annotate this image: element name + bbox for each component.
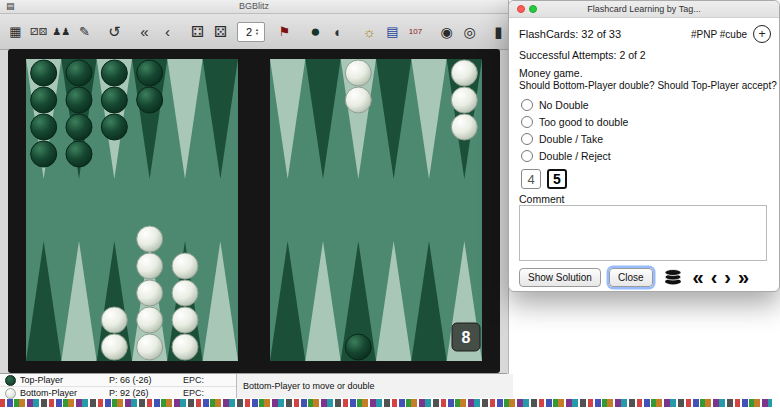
- analysis-icon[interactable]: ▤: [382, 19, 403, 45]
- bottom-player-row: Bottom-Player P: 92 (26) EPC:: [0, 386, 236, 399]
- next-card-button[interactable]: ›: [724, 267, 731, 287]
- bottom-player-checker-icon: [5, 388, 16, 399]
- direction-icon-glyph: ◐: [334, 25, 342, 39]
- top-player-row: Top-Player P: 66 (-26) EPC:: [0, 374, 236, 386]
- board-icon-glyph: ▦: [9, 25, 21, 38]
- spinner-arrows-icon[interactable]: ▲▼: [255, 28, 259, 36]
- resign-flag-icon-glyph: ⚑: [279, 25, 291, 38]
- radio-icon[interactable]: [521, 150, 533, 162]
- show-solution-button[interactable]: Show Solution: [519, 268, 601, 287]
- step-back-all-icon-glyph: «: [140, 24, 148, 39]
- tutor-107-icon[interactable]: 107: [405, 19, 426, 45]
- window-title: BGBlitz: [239, 1, 269, 11]
- hint-lightbulb-icon-glyph: ☼: [363, 25, 376, 39]
- screen: ▤ BGBlitz ▦⚂⚄♟♟✎↺«‹⚃⚄2▲▼⚑●◐☼▤107◉◎▮ 8 To…: [0, 0, 780, 411]
- die-4[interactable]: 4: [521, 169, 541, 189]
- turn-message: Bottom-Player to move or double: [237, 374, 513, 398]
- roll-dice-icon[interactable]: ⚄: [210, 19, 231, 45]
- player-rows: Top-Player P: 66 (-26) EPC: Bottom-Playe…: [0, 374, 237, 398]
- step-back-all-icon[interactable]: «: [134, 19, 155, 45]
- flashcard-title: Flashcard Learning by Tag...: [587, 4, 700, 14]
- hide-eye-icon-glyph: ◎: [463, 25, 475, 39]
- toolbar: ▦⚂⚄♟♟✎↺«‹⚃⚄2▲▼⚑●◐☼▤107◉◎▮: [0, 14, 508, 50]
- radio-icon[interactable]: [521, 116, 533, 128]
- statusbar: Top-Player P: 66 (-26) EPC: Bottom-Playe…: [0, 373, 507, 398]
- tray-icon-glyph: ▮: [494, 24, 502, 39]
- bottom-player-epc: EPC:: [183, 388, 204, 398]
- dice-pair-icon[interactable]: ⚂⚄: [28, 19, 49, 45]
- attempts-text: Successful Attempts: 2 of 2: [519, 49, 646, 61]
- radio-icon[interactable]: [521, 133, 533, 145]
- option-double-reject[interactable]: Double / Reject: [521, 147, 628, 164]
- show-eye-icon[interactable]: ◉: [436, 19, 457, 45]
- option-label: Double / Reject: [539, 150, 611, 162]
- close-traffic-light[interactable]: [517, 5, 525, 13]
- roll-dice-icon-glyph: ⚄: [214, 24, 227, 39]
- dice-cup-icon-glyph: ⚃: [191, 24, 204, 39]
- flashcard-titlebar[interactable]: Flashcard Learning by Tag...: [509, 1, 779, 18]
- board-icon[interactable]: ▦: [5, 19, 26, 45]
- checker-color-icon[interactable]: ●: [305, 19, 326, 45]
- bottom-player-pip: P: 92 (26): [109, 388, 179, 398]
- direction-icon[interactable]: ◐: [328, 19, 349, 45]
- checker-color-icon-glyph: ●: [310, 23, 320, 40]
- option-label: Too good to double: [539, 116, 628, 128]
- top-player-pip: P: 66 (-26): [109, 375, 179, 385]
- zoom-traffic-light[interactable]: [529, 5, 537, 13]
- option-double-take[interactable]: Double / Take: [521, 130, 628, 147]
- bgblitz-window: ▤ BGBlitz ▦⚂⚄♟♟✎↺«‹⚃⚄2▲▼⚑●◐☼▤107◉◎▮ 8 To…: [0, 0, 509, 397]
- die-5-value: 5: [553, 171, 561, 187]
- dice-row: 4 5: [521, 169, 567, 189]
- undo-icon[interactable]: ↺: [104, 19, 125, 45]
- close-button[interactable]: Close: [609, 268, 653, 287]
- question-line1: Money game.: [519, 67, 583, 79]
- die-5[interactable]: 5: [547, 169, 567, 189]
- add-tag-button[interactable]: +: [753, 25, 771, 43]
- top-player-epc: EPC:: [183, 375, 204, 385]
- radio-icon[interactable]: [521, 99, 533, 111]
- doubling-cube[interactable]: 8: [452, 323, 480, 351]
- flashcard-tags: #PNP #cube: [691, 29, 747, 40]
- last-card-button[interactable]: »: [738, 267, 749, 287]
- step-back-icon-glyph: ‹: [165, 24, 170, 39]
- tray-icon[interactable]: ▮: [488, 19, 509, 45]
- comment-input[interactable]: [519, 205, 767, 261]
- edit-position-icon[interactable]: ✎: [74, 19, 95, 45]
- flashcard-window: Flashcard Learning by Tag... FlashCards:…: [508, 0, 780, 292]
- option-label: No Double: [539, 99, 589, 111]
- resign-flag-icon[interactable]: ⚑: [274, 19, 295, 45]
- checker-stack-icon[interactable]: [663, 269, 683, 285]
- flashcard-progress: FlashCards: 32 of 33: [519, 28, 621, 40]
- garbled-text-strip: [0, 399, 772, 407]
- hide-eye-icon[interactable]: ◎: [459, 19, 480, 45]
- top-player-checker-icon: [5, 375, 16, 386]
- edit-position-icon-glyph: ✎: [79, 25, 90, 38]
- bgblitz-titlebar[interactable]: ▤ BGBlitz: [0, 0, 508, 14]
- hint-lightbulb-icon[interactable]: ☼: [359, 19, 380, 45]
- option-too-good-to-double[interactable]: Too good to double: [521, 113, 628, 130]
- flashcard-footer: Show Solution Close « ‹ › »: [519, 267, 771, 287]
- undo-icon-glyph: ↺: [108, 24, 121, 39]
- prev-card-button[interactable]: ‹: [711, 267, 718, 287]
- step-back-icon[interactable]: ‹: [157, 19, 178, 45]
- tutor-107-icon-glyph: 107: [409, 28, 422, 36]
- comment-label: Comment: [519, 193, 565, 205]
- players-icon-glyph: ♟♟: [53, 27, 71, 37]
- analysis-icon-glyph: ▤: [386, 25, 398, 38]
- flashcard-header-row: FlashCards: 32 of 33 #PNP #cube +: [519, 25, 771, 43]
- match-length-spinner[interactable]: 2▲▼: [237, 22, 265, 42]
- plus-icon: +: [758, 28, 765, 40]
- first-card-button[interactable]: «: [693, 267, 704, 287]
- question-line2: Should Bottom-Player double? Should Top-…: [519, 80, 777, 91]
- dice-pair-icon-glyph: ⚂⚄: [30, 27, 47, 37]
- match-length-value: 2: [243, 26, 255, 38]
- app-icon: ▤: [6, 1, 15, 12]
- die-4-value: 4: [527, 172, 534, 187]
- bottom-player-name: Bottom-Player: [20, 388, 105, 398]
- players-icon[interactable]: ♟♟: [51, 19, 72, 45]
- option-no-double[interactable]: No Double: [521, 96, 628, 113]
- backgammon-board[interactable]: 8: [8, 49, 500, 373]
- svg-text:8: 8: [462, 329, 471, 346]
- dice-cup-icon[interactable]: ⚃: [187, 19, 208, 45]
- show-eye-icon-glyph: ◉: [440, 25, 452, 39]
